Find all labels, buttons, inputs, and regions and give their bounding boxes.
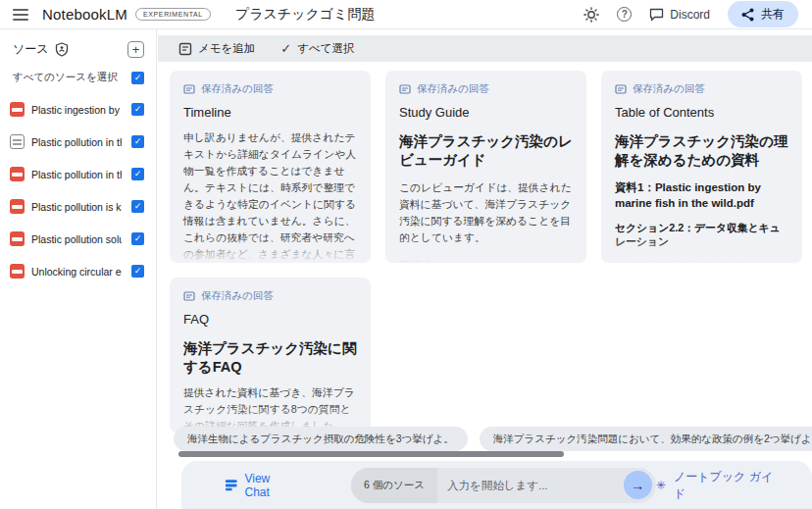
pdf-icon xyxy=(10,231,25,246)
note-title: Study Guide xyxy=(399,105,573,120)
top-header: NotebookLM EXPERIMENTAL プラスチックゴミ問題 ? Dis… xyxy=(0,0,812,29)
select-all-sources-row: すべてのソースを選択 xyxy=(0,58,156,84)
sources-sidebar: ソース + すべてのソースを選択 Plastic ingestion by m.… xyxy=(0,29,157,509)
note-card-study-guide[interactable]: 保存済みの回答 Study Guide 海洋プラスチック汚染のレビューガイド こ… xyxy=(385,71,586,263)
view-chat-button[interactable]: View Chat xyxy=(225,472,296,499)
menu-icon[interactable] xyxy=(13,9,28,21)
source-label: Plastic pollution soluti... xyxy=(31,233,122,245)
view-chat-label: View Chat xyxy=(244,472,295,499)
share-icon xyxy=(741,8,754,22)
note-card-table-of-contents[interactable]: 保存済みの回答 Table of Contents 海洋プラスチック汚染の理解を… xyxy=(601,71,802,263)
chat-bubble-icon xyxy=(649,8,664,22)
note-body: このレビューガイドは、提供された資料に基づいて、海洋プラスチック汚染に関する理解… xyxy=(399,179,573,246)
note-faded-text: 本研究で使用したデータは、Web of Science データベースから収集した xyxy=(615,257,788,263)
note-subheading: 用語集 xyxy=(399,258,573,263)
check-icon: ✓ xyxy=(280,41,291,56)
source-label: Plastic pollution in the... xyxy=(31,169,122,180)
chat-input[interactable] xyxy=(437,480,624,491)
sources-list: Plastic ingestion by m... Plastic pollut… xyxy=(0,93,156,287)
note-card-faq[interactable]: 保存済みの回答 FAQ 海洋プラスチック汚染に関するFAQ 提供された資料に基づ… xyxy=(170,278,371,433)
saved-response-icon xyxy=(399,83,411,95)
saved-response-label: 保存済みの回答 xyxy=(201,82,274,96)
privacy-shield-icon xyxy=(55,42,69,57)
chat-panel: View Chat 6 個のソース → ✳ ノートブック ガイド xyxy=(181,461,812,509)
saved-response-label: 保存済みの回答 xyxy=(633,82,705,96)
note-title: Table of Contents xyxy=(615,105,788,120)
note-title: Timeline xyxy=(183,105,357,120)
help-icon: ? xyxy=(617,7,632,22)
note-title: FAQ xyxy=(183,312,357,327)
saved-response-label: 保存済みの回答 xyxy=(417,82,489,96)
source-label: Plastic ingestion by m... xyxy=(31,104,122,116)
add-note-icon xyxy=(178,42,192,56)
pdf-icon xyxy=(10,102,25,117)
saved-response-icon xyxy=(183,83,195,95)
help-button[interactable]: ? xyxy=(617,7,632,22)
horizontal-scrollbar-thumb[interactable] xyxy=(178,451,564,457)
share-label: 共有 xyxy=(761,6,785,23)
theme-toggle-button[interactable] xyxy=(584,7,599,23)
source-checkbox[interactable] xyxy=(131,265,144,278)
main-area: メモを追加 ✓ すべて選択 保存済みの回答 Timeline 申し訳ありませんが… xyxy=(158,29,812,509)
pdf-icon xyxy=(10,199,25,214)
note-body: 申し訳ありませんが、提供されたテキストから詳細なタイムラインや人物一覧を作成する… xyxy=(183,129,357,263)
source-item[interactable]: Plastic ingestion by m... xyxy=(0,93,156,126)
select-all-notes-label: すべて選択 xyxy=(297,41,354,56)
source-item[interactable]: Unlocking circular ec... xyxy=(0,255,156,287)
discord-link[interactable]: Discord xyxy=(649,8,710,22)
source-label: Plastic pollution is killi... xyxy=(31,201,122,213)
source-checkbox[interactable] xyxy=(131,135,144,148)
notebook-guide-label: ノートブック ガイド xyxy=(674,469,781,502)
experimental-badge: EXPERIMENTAL xyxy=(135,8,211,21)
source-checkbox[interactable] xyxy=(131,168,144,180)
note-bold-line: 資料1：Plastic ingestion by marine fish in … xyxy=(615,179,788,211)
sources-title: ソース xyxy=(13,41,49,58)
notebook-guide-button[interactable]: ✳ ノートブック ガイド xyxy=(656,469,781,502)
source-count-chip[interactable]: 6 個のソース xyxy=(351,468,437,503)
theme-toggle-icon xyxy=(584,7,599,23)
source-item[interactable]: Plastic pollution soluti... xyxy=(0,223,156,255)
source-checkbox[interactable] xyxy=(131,200,144,213)
saved-response-label: 保存済みの回答 xyxy=(201,289,274,303)
share-button[interactable]: 共有 xyxy=(728,1,798,27)
send-button[interactable]: → xyxy=(624,471,652,499)
chat-input-pill: 6 個のソース → xyxy=(351,468,656,503)
saved-response-icon xyxy=(615,83,627,95)
pdf-icon xyxy=(10,167,25,181)
source-label: Unlocking circular ec... xyxy=(31,266,122,278)
view-chat-icon xyxy=(225,479,237,491)
notebook-title: プラスチックゴミ問題 xyxy=(235,6,376,24)
notes-toolbar: メモを追加 ✓ すべて選択 xyxy=(158,35,812,62)
note-bold-line: セクション2.2：データ収集とキュレーション xyxy=(615,222,788,249)
discord-label: Discord xyxy=(670,8,710,22)
suggested-question-chip[interactable]: 海洋生物によるプラスチック摂取の危険性を3つ挙げよ。 xyxy=(174,427,468,451)
app-logo: NotebookLM xyxy=(42,6,127,23)
suggested-questions-row: 海洋生物によるプラスチック摂取の危険性を3つ挙げよ。 海洋プラスチック汚染問題に… xyxy=(174,427,812,451)
source-label: Plastic pollution in the... xyxy=(31,136,122,148)
saved-notes-grid: 保存済みの回答 Timeline 申し訳ありませんが、提供されたテキストから詳細… xyxy=(170,71,802,433)
note-heading: 海洋プラスチック汚染のレビューガイド xyxy=(399,132,573,170)
note-card-timeline[interactable]: 保存済みの回答 Timeline 申し訳ありませんが、提供されたテキストから詳細… xyxy=(170,71,371,263)
saved-response-icon xyxy=(183,290,195,302)
doc-icon xyxy=(10,134,25,149)
note-heading: 海洋プラスチック汚染の理解を深めるための資料 xyxy=(615,132,788,170)
select-all-sources-label: すべてのソースを選択 xyxy=(13,71,118,84)
add-source-button[interactable]: + xyxy=(127,41,144,58)
pdf-icon xyxy=(10,264,25,279)
add-note-label: メモを追加 xyxy=(198,41,255,56)
send-arrow-icon: → xyxy=(631,478,644,493)
source-item[interactable]: Plastic pollution is killi... xyxy=(0,190,156,223)
source-item[interactable]: Plastic pollution in the... xyxy=(0,126,156,158)
select-all-notes-button[interactable]: ✓ すべて選択 xyxy=(280,41,354,56)
source-item[interactable]: Plastic pollution in the... xyxy=(0,158,156,190)
note-heading: 海洋プラスチック汚染に関するFAQ xyxy=(183,339,357,377)
select-all-sources-checkbox[interactable] xyxy=(131,72,144,84)
sparkle-icon: ✳ xyxy=(656,479,666,492)
source-checkbox[interactable] xyxy=(131,103,144,116)
add-note-button[interactable]: メモを追加 xyxy=(178,41,255,56)
suggested-question-chip[interactable]: 海洋プラスチック汚染問題において、効果的な政策の例を2つ挙げよ。 xyxy=(480,427,812,451)
source-checkbox[interactable] xyxy=(131,232,144,245)
note-body: 提供された資料に基づき、海洋プラスチック汚染に関する8つの質問とその詳細な回答を… xyxy=(183,384,357,433)
